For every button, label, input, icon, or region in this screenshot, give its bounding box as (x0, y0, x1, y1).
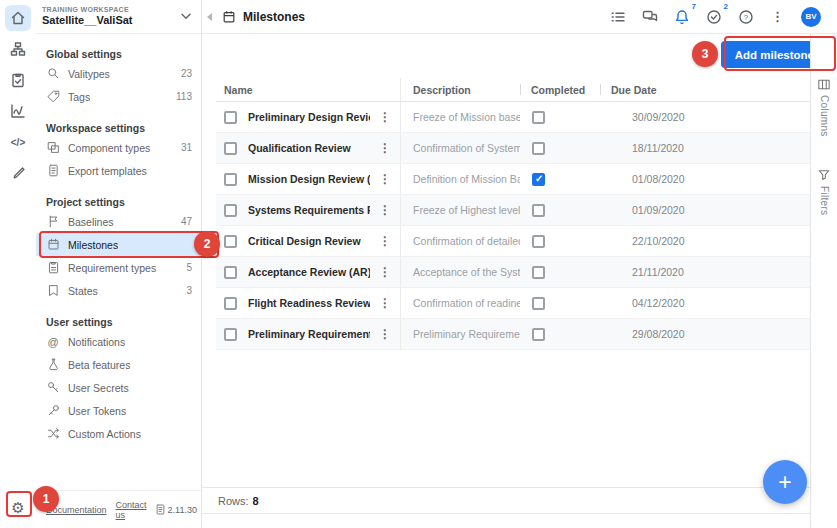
table-row[interactable]: Flight Readiness Review (FRR...⋮ Confirm… (216, 288, 810, 319)
column-header-description[interactable]: Description (400, 78, 520, 101)
column-header-name[interactable]: Name (216, 78, 400, 101)
completed-checkbox[interactable] (532, 142, 545, 155)
row-select-checkbox[interactable] (224, 142, 237, 155)
nav-scripting-button[interactable]: </> (5, 129, 31, 155)
chevron-down-icon (181, 13, 191, 20)
row-select-checkbox[interactable] (224, 266, 237, 279)
row-select-checkbox[interactable] (224, 235, 237, 248)
nav-home-button[interactable] (5, 5, 31, 31)
table-row[interactable]: Preliminary Design Review⋮ Freeze of Mis… (216, 102, 810, 133)
sidebar-item-component-types[interactable]: Component types 31 (36, 136, 201, 159)
svg-text:?: ? (743, 12, 748, 21)
column-header-completed[interactable]: Completed (520, 78, 600, 101)
nav-modules-button[interactable] (5, 36, 31, 62)
sidebar-item-milestones[interactable]: Milestones (36, 233, 201, 256)
column-header-due-date[interactable]: Due Date (600, 78, 810, 101)
filters-tab[interactable]: Filters (818, 169, 830, 215)
sidebar-item-requirement-types[interactable]: Requirement types 5 (36, 256, 201, 279)
sidebar-item-user-tokens[interactable]: User Tokens (36, 399, 201, 422)
add-milestone-fab[interactable]: + (763, 460, 807, 504)
header-separator (600, 84, 601, 95)
sidebar-item-user-secrets[interactable]: User Secrets (36, 376, 201, 399)
sidebar-item-notifications[interactable]: @ Notifications (36, 330, 201, 353)
row-menu-icon[interactable]: ⋮ (370, 203, 400, 217)
activity-list-icon[interactable] (609, 8, 626, 25)
completed-checkbox[interactable] (532, 328, 545, 341)
sidebar-item-count: 47 (181, 216, 192, 227)
flag-icon (45, 215, 61, 228)
sidebar-item-valitypes[interactable]: Valitypes 23 (36, 62, 201, 85)
sidebar-item-beta-features[interactable]: Beta features (36, 353, 201, 376)
row-select-checkbox[interactable] (224, 297, 237, 310)
document-icon (45, 164, 61, 177)
sidebar-item-tags[interactable]: Tags 113 (36, 85, 201, 108)
milestone-description: Definition of Mission Bas... (400, 164, 520, 194)
analyses-chart-icon (10, 103, 26, 119)
table-row[interactable]: Qualification Review⋮ Confirmation of Sy… (216, 133, 810, 164)
sidebar-item-label: Baselines (68, 216, 114, 228)
row-menu-icon[interactable]: ⋮ (370, 141, 400, 155)
milestone-due-date: 30/09/2020 (600, 102, 810, 132)
sidebar-item-label: Component types (68, 142, 150, 154)
table-row[interactable]: Acceptance Review (AR)⋮ Acceptance of th… (216, 257, 810, 288)
milestones-table: Name Description Completed Due Date Prel… (216, 78, 810, 350)
milestone-description: Confirmation of detailed ... (400, 226, 520, 256)
rows-label: Rows: (218, 495, 249, 507)
row-select-checkbox[interactable] (224, 328, 237, 341)
bookmark-icon (45, 284, 61, 297)
milestone-calendar-icon (45, 238, 61, 251)
row-select-checkbox[interactable] (224, 111, 237, 124)
completed-checkbox[interactable] (532, 204, 545, 217)
notifications-bell-icon[interactable]: 7 (673, 8, 690, 25)
version-number: 2.11.30 (168, 505, 197, 515)
milestone-due-date: 04/12/2020 (600, 288, 810, 318)
section-title: Project settings (36, 194, 201, 210)
user-avatar[interactable]: BV (801, 7, 821, 27)
row-menu-icon[interactable]: ⋮ (370, 265, 400, 279)
sidebar-item-label: Beta features (68, 359, 130, 371)
workspace-switcher[interactable]: TRAINING WORKSPACE Satellite__ValiSat (36, 0, 201, 34)
table-header-row: Name Description Completed Due Date (216, 78, 810, 102)
more-options-icon[interactable]: ⋮ (769, 8, 786, 25)
row-menu-icon[interactable]: ⋮ (370, 172, 400, 186)
help-icon[interactable]: ? (737, 8, 754, 25)
sidebar-item-label: Export templates (68, 165, 147, 177)
sidebar-item-baselines[interactable]: Baselines 47 (36, 210, 201, 233)
row-menu-icon[interactable]: ⋮ (370, 327, 400, 341)
shuffle-arrows-icon (45, 427, 61, 440)
version-info[interactable]: 2.11.30 (156, 504, 197, 515)
columns-tab[interactable]: Columns (818, 79, 830, 137)
table-row[interactable]: Systems Requirements Revie...⋮ Freeze of… (216, 195, 810, 226)
row-select-checkbox[interactable] (224, 204, 237, 217)
completed-checkbox[interactable] (532, 235, 545, 248)
nav-documents-button[interactable] (5, 160, 31, 186)
section-project-settings: Project settings Baselines 47 Milestones… (36, 194, 201, 302)
approvals-check-icon[interactable]: 2 (705, 8, 722, 25)
row-select-checkbox[interactable] (224, 173, 237, 186)
row-menu-icon[interactable]: ⋮ (370, 234, 400, 248)
plus-icon: + (778, 469, 791, 496)
completed-checkbox[interactable] (532, 173, 545, 186)
sidebar-item-states[interactable]: States 3 (36, 279, 201, 302)
comments-icon[interactable] (641, 8, 658, 25)
table-row[interactable]: Mission Design Review (PDR)⋮ Definition … (216, 164, 810, 195)
sidebar-item-custom-actions[interactable]: Custom Actions (36, 422, 201, 445)
completed-checkbox[interactable] (532, 297, 545, 310)
milestone-description: Freeze of Mission baselin... (400, 102, 520, 132)
completed-checkbox[interactable] (532, 266, 545, 279)
table-row[interactable]: Preliminary Requirements Re...⋮ Prelimin… (216, 319, 810, 350)
nav-requirements-button[interactable] (5, 67, 31, 93)
completed-checkbox[interactable] (532, 111, 545, 124)
nav-analyses-button[interactable] (5, 98, 31, 124)
clipboard-icon (45, 261, 61, 274)
contact-us-link[interactable]: Contact us (116, 500, 147, 520)
key-icon (45, 381, 61, 394)
pencil-icon (11, 166, 26, 181)
collapse-sidebar-icon[interactable] (207, 13, 212, 21)
sidebar-item-export-templates[interactable]: Export templates (36, 159, 201, 182)
table-row[interactable]: Critical Design Review⋮ Confirmation of … (216, 226, 810, 257)
row-menu-icon[interactable]: ⋮ (370, 110, 400, 124)
workspace-type-label: TRAINING WORKSPACE (42, 6, 133, 14)
settings-gear-button[interactable]: ⚙ (5, 495, 31, 521)
row-menu-icon[interactable]: ⋮ (370, 296, 400, 310)
